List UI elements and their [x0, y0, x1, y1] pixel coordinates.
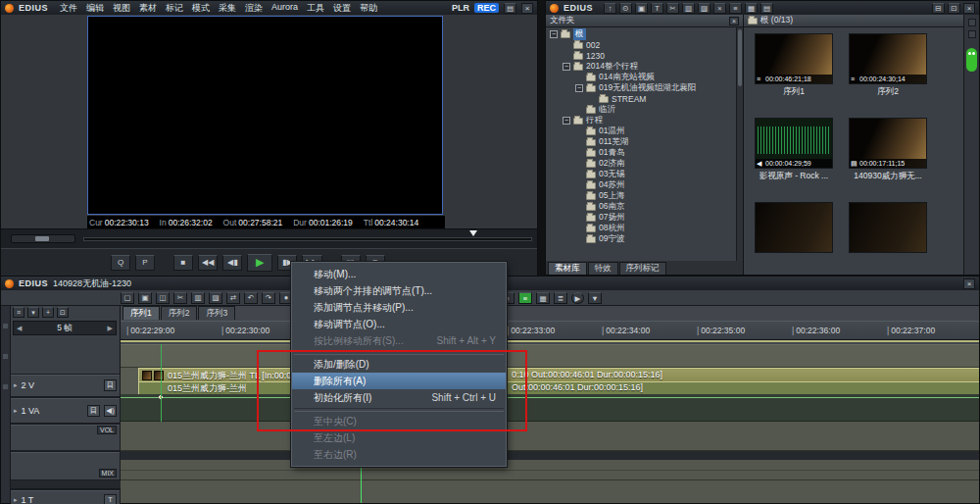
folder-up-icon[interactable]: ↑	[604, 3, 616, 14]
context-menu-item[interactable]: 至左边(L)	[292, 429, 506, 446]
capture-icon[interactable]: ▣	[635, 3, 648, 14]
properties-icon[interactable]: ≡	[729, 3, 742, 14]
text-title-icon[interactable]: T	[651, 3, 663, 14]
track-lane-volume-expand[interactable]	[121, 394, 979, 422]
tree-item[interactable]: 05上海	[546, 190, 743, 201]
play-icon[interactable]: ▶	[247, 254, 272, 272]
track-lane-1va-video[interactable]: 015兰州威力狮-兰州 TL [In:00:00:3 0:10 Out:00:0…	[121, 368, 979, 382]
scale-next-icon[interactable]: ▶	[108, 325, 113, 332]
menu-item[interactable]: 工具	[307, 2, 324, 15]
menu-item[interactable]: 设置	[333, 2, 351, 15]
jog-icon[interactable]: Q	[111, 255, 130, 271]
bin-clip[interactable]: ▤ 00:00:17:11;15 140930威力狮无...	[846, 118, 930, 182]
bin-clip[interactable]	[752, 202, 836, 255]
clip-thumbnail[interactable]: ≡ 00:00:24:30;14	[849, 33, 927, 84]
tree-item[interactable]: − 019无机油视频组湖北襄阳	[546, 82, 743, 93]
track-expand-icon[interactable]: ▸	[14, 496, 18, 504]
position-marker[interactable]	[469, 230, 477, 236]
context-menu-item[interactable]: 按比例移动所有(S)... Shift + Alt + Y	[292, 332, 506, 349]
bin-tab[interactable]: 特效	[588, 262, 618, 275]
paste-icon[interactable]: ▨	[209, 292, 222, 304]
tree-item[interactable]: − 2014整个行程	[546, 61, 743, 72]
menu-item[interactable]: 标记	[166, 2, 183, 15]
title-track-icon[interactable]: T	[104, 494, 117, 504]
tree-item[interactable]: 01温州	[546, 126, 743, 136]
menu-item[interactable]: 渲染	[245, 2, 263, 15]
redo-icon[interactable]: ↷	[262, 292, 275, 304]
tree-item[interactable]: 临沂	[546, 104, 743, 115]
tree-item[interactable]: 07扬州	[546, 212, 743, 223]
track-header-2v[interactable]: ▸ 2 V 目	[11, 374, 121, 397]
track-header-1va[interactable]: ▸ 1 VA 目 ◀)	[11, 397, 121, 424]
track-lane-2v[interactable]	[121, 344, 979, 368]
clip-thumbnail[interactable]: ▤ 00:00:17:11;15	[849, 118, 927, 169]
ripple-delete-icon[interactable]: ⇄	[226, 292, 240, 304]
strip-button[interactable]	[968, 30, 976, 38]
tree-item[interactable]: 06南京	[546, 201, 743, 212]
clip-thumbnail[interactable]	[849, 202, 927, 253]
shuttle-icon[interactable]: P	[135, 255, 155, 271]
tree-item[interactable]: 08杭州	[546, 223, 743, 233]
timeline-ruler[interactable]: 00:22:29:0000:22:30:0000:22:31:0000:22:3…	[121, 321, 979, 340]
tree-expander-icon[interactable]: −	[563, 63, 570, 71]
play-button-icon[interactable]: ▶	[571, 292, 584, 304]
position-bar[interactable]	[83, 237, 532, 241]
context-menu-item[interactable]: 移动调节点(O)...	[292, 316, 506, 332]
tree-scrollbar-thumb[interactable]	[738, 29, 742, 86]
video-mute-icon[interactable]: 目	[87, 405, 100, 417]
bin-clip[interactable]: ≡ 00:00:24:30;14 序列2	[846, 33, 930, 98]
track-expand-icon[interactable]: ▸	[14, 407, 18, 415]
tree-expander-icon[interactable]: −	[550, 30, 558, 38]
pattern-icon[interactable]: ▦	[536, 292, 550, 304]
track-lane-1va-audio[interactable]: 015兰州威力狮-兰州 Out:00:00:46:01 Dur:00:00:15…	[121, 382, 979, 394]
close-pane-icon[interactable]: ×	[729, 17, 739, 25]
track-expand-icon[interactable]: ▸	[14, 381, 18, 389]
stop-icon[interactable]: ■	[173, 255, 193, 271]
plr-mode-label[interactable]: PLR	[452, 3, 469, 13]
float-icon[interactable]: ⊡	[948, 3, 960, 14]
volume-mode-selector[interactable]: VOL	[97, 426, 117, 434]
open-project-icon[interactable]: ▣	[138, 292, 152, 304]
tree-item[interactable]: 01青岛	[546, 147, 743, 158]
zoom-in-icon[interactable]: +	[42, 307, 54, 318]
rewind-icon[interactable]: ◀◀	[198, 255, 218, 271]
delete-icon[interactable]: ×	[713, 3, 726, 14]
menu-item[interactable]: 编辑	[86, 2, 104, 15]
detail-view-icon[interactable]: ▤	[760, 3, 773, 14]
tree-item[interactable]: 011芜湖	[546, 136, 743, 147]
tree-expander-icon[interactable]: −	[563, 117, 570, 125]
new-sequence-icon[interactable]: ▢	[121, 292, 134, 304]
track-lane-1a[interactable]	[121, 480, 979, 503]
tree-item[interactable]: 1230	[546, 50, 743, 61]
zoom-fit-icon[interactable]: ⊡	[57, 307, 69, 318]
menu-item[interactable]: 视图	[113, 2, 130, 15]
search-icon[interactable]: ⊙	[619, 3, 632, 14]
tree-item[interactable]: − 根	[546, 28, 743, 39]
cut-icon[interactable]: ✂	[666, 3, 679, 14]
clip-thumbnail[interactable]: ≡ 00:00:46:21;18	[755, 33, 833, 84]
thumbnail-view-icon[interactable]: ▦	[745, 3, 758, 14]
sequence-tab[interactable]: 序列1	[122, 306, 160, 320]
volume-rubber-band[interactable]	[121, 397, 979, 398]
track-lane-1t[interactable]	[121, 460, 979, 480]
tree-item[interactable]: 002	[546, 39, 743, 50]
tree-item[interactable]: − 行程	[546, 115, 743, 126]
shuttle-knob[interactable]	[35, 236, 49, 241]
bin-tab[interactable]: 序列标记	[619, 262, 666, 275]
panel-layout-icon[interactable]: ▤	[504, 3, 516, 14]
close-icon[interactable]: ×	[963, 278, 975, 289]
close-icon[interactable]: ×	[521, 3, 533, 14]
context-menu-item[interactable]: 移动(M)...	[292, 266, 506, 282]
track-header-vol[interactable]: VOL	[11, 424, 121, 451]
menu-item[interactable]: 素材	[139, 2, 157, 15]
marker-icon[interactable]: ▾	[27, 307, 39, 318]
context-menu-item[interactable]: 添加调节点并移动(P)...	[292, 299, 506, 316]
copy-icon[interactable]: ▥	[191, 292, 205, 304]
track-header-1t[interactable]: ▸ 1 T T	[11, 489, 121, 504]
close-icon[interactable]: ×	[963, 3, 975, 14]
context-menu-item[interactable]: 至右边(R)	[292, 446, 506, 463]
undo-icon[interactable]: ↶	[244, 292, 258, 304]
track-height-icon[interactable]: ≡	[13, 307, 24, 318]
paste-icon[interactable]: ▨	[698, 3, 710, 14]
tree-item[interactable]: 09宁波	[546, 233, 743, 244]
